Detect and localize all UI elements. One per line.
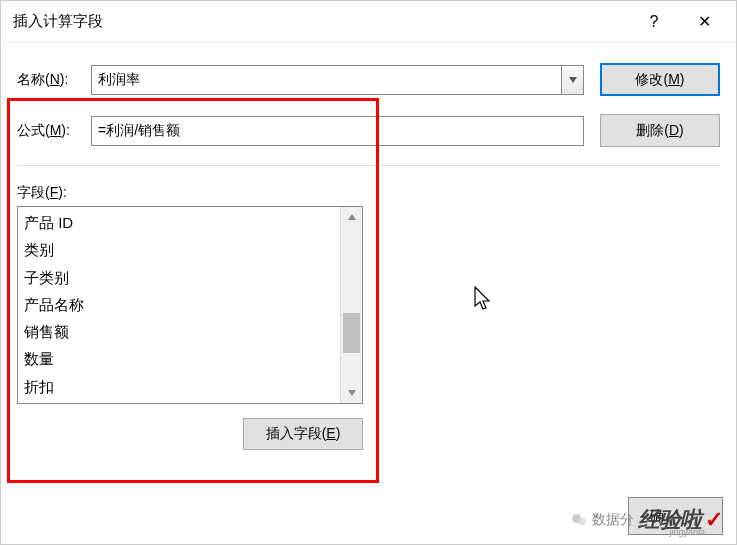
modify-button[interactable]: 修改(M): [600, 63, 720, 96]
name-input[interactable]: [92, 66, 561, 94]
dialog-content: 名称(N): 修改(M) 公式(M): 删除(D): [1, 43, 736, 460]
formula-label: 公式(M):: [17, 122, 91, 140]
insert-field-button[interactable]: 插入字段(E): [243, 418, 363, 450]
separator: [17, 165, 720, 166]
help-button[interactable]: ?: [634, 13, 674, 31]
scroll-track[interactable]: [341, 227, 362, 383]
dialog-title: 插入计算字段: [13, 12, 634, 31]
bottom-bar: 确: [628, 497, 723, 535]
list-item[interactable]: 产品 ID: [22, 209, 336, 236]
delete-button[interactable]: 删除(D): [600, 114, 720, 147]
chevron-up-icon: [348, 214, 356, 220]
list-item[interactable]: 销售额: [22, 318, 336, 345]
title-bar: 插入计算字段 ? ✕: [1, 1, 736, 43]
name-row: 名称(N): 修改(M): [17, 63, 720, 96]
fields-listbox[interactable]: 产品 ID 类别 子类别 产品名称 销售额 数量 折扣 利润: [17, 206, 363, 404]
scroll-thumb[interactable]: [343, 313, 360, 353]
scroll-up-arrow[interactable]: [341, 207, 362, 227]
list-item[interactable]: 折扣: [22, 373, 336, 400]
fields-section: 字段(F): 产品 ID 类别 子类别 产品名称 销售额 数量 折扣 利润: [17, 184, 720, 450]
fields-label: 字段(F):: [17, 184, 720, 202]
chevron-down-icon: [348, 390, 356, 396]
list-item[interactable]: 利润: [22, 400, 336, 403]
svg-point-0: [572, 514, 581, 523]
list-item[interactable]: 类别: [22, 236, 336, 263]
chevron-down-icon: [569, 77, 577, 83]
name-combobox[interactable]: [91, 65, 584, 95]
name-label: 名称(N):: [17, 71, 91, 89]
svg-point-1: [578, 518, 586, 526]
ok-button[interactable]: 确: [628, 497, 723, 535]
insert-calculated-field-dialog: 插入计算字段 ? ✕ 名称(N): 修改(M) 公式(M):: [0, 0, 737, 545]
scroll-down-arrow[interactable]: [341, 383, 362, 403]
scrollbar[interactable]: [340, 207, 362, 403]
wechat-icon: [570, 511, 588, 529]
name-dropdown-button[interactable]: [561, 66, 583, 94]
fields-list[interactable]: 产品 ID 类别 子类别 产品名称 销售额 数量 折扣 利润: [18, 207, 340, 403]
list-item[interactable]: 子类别: [22, 264, 336, 291]
close-button[interactable]: ✕: [684, 12, 724, 31]
insert-field-row: 插入字段(E): [17, 418, 363, 450]
list-item[interactable]: 产品名称: [22, 291, 336, 318]
list-item[interactable]: 数量: [22, 345, 336, 372]
formula-row: 公式(M): 删除(D): [17, 114, 720, 147]
formula-input[interactable]: [91, 116, 584, 146]
